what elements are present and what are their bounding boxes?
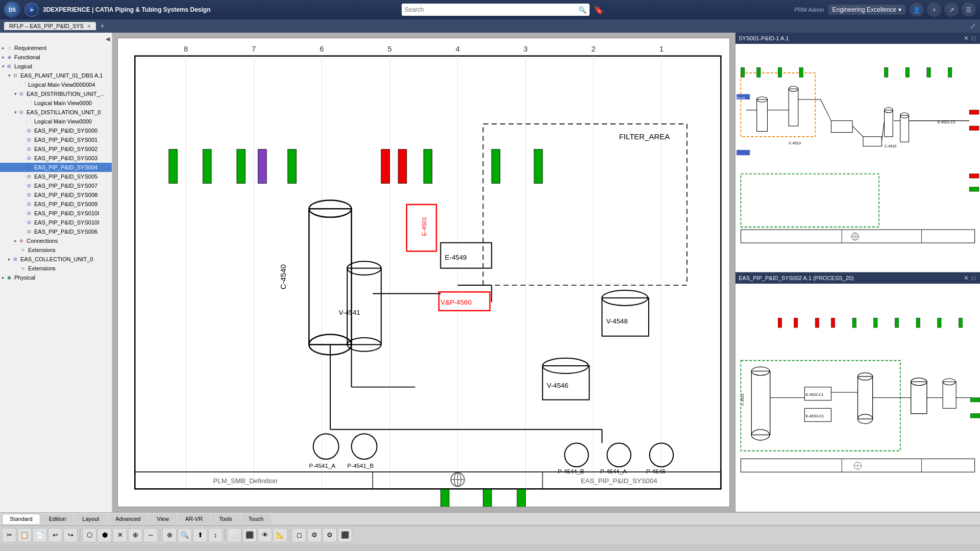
rotate-button[interactable]: ⊗ [162,528,177,542]
sidebar-item-eas-dist[interactable]: ▾⊟EAS_DISTRIBUTION_UNIT_... [0,89,112,98]
sidebar-item-sys008[interactable]: ⊟EAS_PIP_P&ID_SYS008 [0,190,112,199]
svg-rect-53 [424,149,432,184]
sidebar-item-sys005[interactable]: ⊟EAS_PIP_P&ID_SYS005 [0,172,112,181]
sidebar-item-sys002[interactable]: ⊟EAS_PIP_P&ID_SYS002 [0,144,112,154]
user-icon[interactable]: 👤 [910,3,924,17]
doc-icon: 📄 [26,99,33,107]
sidebar-item-logical-main-1[interactable]: 📄Logical Main View0000004 [0,80,112,89]
undo-button[interactable]: ↩ [48,528,62,542]
svg-rect-17 [483,124,687,285]
shape-button[interactable]: ⬡ [82,528,96,542]
bottom-tab-advanced[interactable]: Advanced [108,514,148,524]
pid-icon: ⊟ [18,109,25,116]
top-bar-action-icons: 👤 ＋ ↗ ☰ [910,3,976,17]
sidebar-item-label-sys008: EAS_PIP_P&ID_SYS008 [34,192,97,198]
canvas-area[interactable]: 8 7 6 5 4 3 2 1 [112,33,735,512]
sidebar-item-eas-coll[interactable]: ▸⊞EAS_COLLECTION_UNIT_0 [0,255,112,264]
svg-text:1: 1 [659,44,664,53]
bottom-tab-ar-vr[interactable]: AR-VR [178,514,210,524]
display-button[interactable]: ◻ [292,528,306,542]
search-bar[interactable]: 🔍 [402,4,590,16]
svg-rect-90 [863,137,881,146]
expand-arrow-physical[interactable]: ▸ [2,275,5,280]
move-button[interactable]: ↔ [143,528,158,542]
sidebar-item-functional[interactable]: ▸◈Functional [0,53,112,62]
bottom-tab-tools[interactable]: Tools [211,514,240,524]
updown-button[interactable]: ↕ [208,528,223,542]
bookmark-icon[interactable]: 🔖 [594,5,604,15]
panel-2-maximize-button[interactable]: □ [970,274,977,282]
expand-arrow-functional[interactable]: ▸ [2,55,5,60]
zoom-button[interactable]: 🔍 [178,528,192,542]
sidebar-item-logical-main-2[interactable]: 📄Logical Main View0000 [0,98,112,108]
panel-1-close-button[interactable]: ✕ [962,35,970,42]
expand-arrow-eas-dist[interactable]: ▾ [14,91,17,96]
add-tab-button[interactable]: + [100,21,105,31]
up-button[interactable]: ⬆ [193,528,207,542]
sidebar-item-eas-distill[interactable]: ▾⊟EAS_DISTILLATION_UNIT_0 [0,108,112,117]
expand-arrow-eas-plant[interactable]: ▾ [8,73,11,78]
expand-arrow-requirement[interactable]: ▸ [2,45,5,51]
bottom-tab-touch[interactable]: Touch [241,514,271,524]
sidebar-item-requirement[interactable]: ▸◇Requirement [0,43,112,53]
sidebar-item-logical-main-3[interactable]: 📄Logical Main View0000 [0,117,112,126]
func-icon: ◈ [6,54,13,61]
sidebar-item-sys003[interactable]: ⊟EAS_PIP_P&ID_SYS003 [0,154,112,163]
delete-button[interactable]: ✕ [113,528,127,542]
toggle-button[interactable]: ⬛ [338,528,352,542]
svg-rect-79 [741,73,815,137]
share-icon[interactable]: ↗ [944,3,959,17]
sidebar-item-sys009[interactable]: ⊟EAS_PIP_P&ID_SYS009 [0,199,112,209]
panel-2-close-button[interactable]: ✕ [962,274,970,282]
expand-arrow-eas-distill[interactable]: ▾ [14,110,17,115]
plus-icon[interactable]: ＋ [927,3,941,17]
search-input[interactable] [405,6,578,13]
sidebar-item-extensions1[interactable]: ∿Extensions [0,245,112,255]
sep1 [80,529,80,541]
active-tab[interactable]: RFLP – EAS_PIP_P&ID_SYS ✕ [4,22,96,30]
view-button[interactable]: 👁 [258,528,272,542]
sidebar-item-sys006[interactable]: ⊟EAS_PIP_P&ID_SYS006 [0,227,112,236]
bottom-tab-standard[interactable]: Standard [2,514,40,524]
sidebar-item-extensions2[interactable]: ∿Extensions [0,264,112,273]
bottom-tab-layout[interactable]: Layout [75,514,107,524]
paste-button[interactable]: 📄 [33,528,47,542]
settings-button[interactable]: ⚙ [307,528,322,542]
svg-rect-148 [943,382,956,408]
fill-button[interactable]: ⬛ [242,528,257,542]
sidebar-item-sys007[interactable]: ⊟EAS_PIP_P&ID_SYS007 [0,181,112,190]
engineering-dropdown[interactable]: Engineering Excellence ▾ [828,5,905,15]
pid-drawing[interactable]: 8 7 6 5 4 3 2 1 [117,38,730,507]
bottom-tab-edition[interactable]: Edition [41,514,74,524]
shape2-button[interactable]: ⬢ [97,528,112,542]
sidebar-item-sys010b[interactable]: ⊟EAS_PIP_P&ID_SYS010I [0,218,112,227]
sidebar-item-sys010a[interactable]: ⊟EAS_PIP_P&ID_SYS010I [0,209,112,218]
rect-button[interactable]: ⬜ [227,528,241,542]
sidebar-collapse-btn[interactable]: ◀ [106,36,110,42]
panel-1-maximize-button[interactable]: □ [970,35,977,42]
svg-rect-80 [741,174,879,227]
maximize-button[interactable]: ⤢ [970,22,976,30]
sidebar-item-connections[interactable]: ▸⊕Connections [0,236,112,245]
add-button[interactable]: ⊕ [128,528,142,542]
expand-arrow-logical[interactable]: ▾ [2,64,5,69]
config-button[interactable]: ⚙ [323,528,337,542]
copy-button[interactable]: 📋 [17,528,32,542]
sidebar-item-physical[interactable]: ▸◉Physical [0,273,112,282]
cut-button[interactable]: ✂ [2,528,16,542]
sidebar-item-label-sys003: EAS_PIP_P&ID_SYS003 [34,155,97,161]
redo-button[interactable]: ↪ [63,528,78,542]
play-button[interactable] [24,3,39,17]
expand-arrow-connections[interactable]: ▸ [14,238,17,243]
tab-close-button[interactable]: ✕ [87,23,91,29]
sidebar-item-eas-plant[interactable]: ▾⊟EAS_PLANT_UNIT_01_DBS A.1 [0,71,112,80]
sidebar-item-sys004[interactable]: ⊟EAS_PIP_P&ID_SYS004 [0,163,112,172]
measure-button[interactable]: 📐 [273,528,287,542]
sidebar-item-sys000[interactable]: ⊟EAS_PIP_P&ID_SYS000 [0,126,112,135]
bottom-tab-view[interactable]: View [149,514,177,524]
svg-line-118 [881,121,884,141]
expand-arrow-eas-coll[interactable]: ▸ [8,257,11,262]
sidebar-item-logical[interactable]: ▾⊞Logical [0,62,112,71]
menu-icon[interactable]: ☰ [962,3,976,17]
sidebar-item-sys001[interactable]: ⊟EAS_PIP_P&ID_SYS001 [0,135,112,144]
